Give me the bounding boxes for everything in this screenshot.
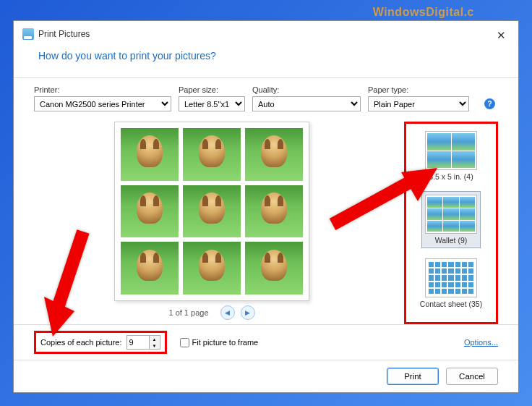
layout-label: Wallet (9) xyxy=(435,236,468,245)
layout-option[interactable]: Contact sheet (35) xyxy=(417,255,485,311)
copies-spinner: ▲ ▼ xyxy=(126,335,160,350)
print-pictures-dialog: ✕ Print Pictures How do you want to prin… xyxy=(13,20,519,393)
page-indicator: 1 of 1 page xyxy=(168,308,208,317)
preview-thumb xyxy=(121,128,179,181)
title-bar: Print Pictures xyxy=(14,21,518,41)
paper-type-label: Paper type: xyxy=(368,85,469,94)
print-question: How do you want to print your pictures? xyxy=(38,50,494,62)
preview-thumb xyxy=(183,128,241,181)
pager: 1 of 1 page ◀ ▶ xyxy=(168,305,254,320)
copies-up-button[interactable]: ▲ xyxy=(150,336,160,342)
fit-checkbox-group: Fit picture to frame xyxy=(180,338,259,347)
copies-down-button[interactable]: ▼ xyxy=(150,342,160,349)
fit-checkbox[interactable] xyxy=(180,338,189,347)
copies-label: Copies of each picture: xyxy=(40,338,122,347)
dialog-title: Print Pictures xyxy=(38,29,90,39)
layout-pane: 3.5 x 5 in. (4)Wallet (9)Contact sheet (… xyxy=(404,122,498,324)
printer-icon xyxy=(22,28,34,40)
paper-size-select[interactable]: Letter 8.5"x1 xyxy=(179,96,245,111)
paper-size-label: Paper size: xyxy=(179,85,245,94)
quality-select[interactable]: Auto xyxy=(252,96,361,111)
preview-thumb xyxy=(121,185,179,238)
preview-thumb xyxy=(121,242,179,295)
layout-label: 3.5 x 5 in. (4) xyxy=(429,172,473,181)
options-link[interactable]: Options... xyxy=(464,338,498,347)
printer-select[interactable]: Canon MG2500 series Printer xyxy=(34,96,171,111)
paper-type-select[interactable]: Plain Paper xyxy=(368,96,469,111)
bottom-row: Copies of each picture: ▲ ▼ Fit picture … xyxy=(14,324,518,360)
next-page-button[interactable]: ▶ xyxy=(241,305,255,320)
main-area: 1 of 1 page ◀ ▶ 3.5 x 5 in. (4)Wallet (9… xyxy=(14,117,518,324)
print-button[interactable]: Print xyxy=(387,368,439,385)
layout-thumb xyxy=(425,258,477,297)
layout-thumb xyxy=(425,195,477,234)
preview-thumb xyxy=(183,185,241,238)
button-row: Print Cancel xyxy=(14,360,518,392)
layout-option[interactable]: 3.5 x 5 in. (4) xyxy=(422,128,480,184)
page-preview xyxy=(114,122,309,301)
preview-pane: 1 of 1 page ◀ ▶ xyxy=(34,122,390,324)
copies-input[interactable] xyxy=(127,336,149,349)
preview-thumb xyxy=(183,242,241,295)
preview-thumb xyxy=(245,185,303,238)
layout-thumb xyxy=(425,131,477,170)
fit-label: Fit picture to frame xyxy=(192,338,259,347)
copies-group: Copies of each picture: ▲ ▼ xyxy=(34,331,167,354)
cancel-button[interactable]: Cancel xyxy=(446,368,498,385)
controls-row: Printer: Canon MG2500 series Printer Pap… xyxy=(14,78,518,117)
printer-label: Printer: xyxy=(34,85,171,94)
layout-option[interactable]: Wallet (9) xyxy=(421,191,481,248)
help-icon[interactable]: ? xyxy=(484,98,495,109)
layout-label: Contact sheet (35) xyxy=(420,300,482,308)
watermark-text: WindowsDigital.c xyxy=(373,6,474,19)
quality-label: Quality: xyxy=(252,85,361,94)
question-bar: How do you want to print your pictures? xyxy=(14,41,518,78)
close-button[interactable]: ✕ xyxy=(494,28,508,43)
preview-thumb xyxy=(245,242,303,295)
preview-thumb xyxy=(245,128,303,181)
prev-page-button[interactable]: ◀ xyxy=(220,305,235,320)
